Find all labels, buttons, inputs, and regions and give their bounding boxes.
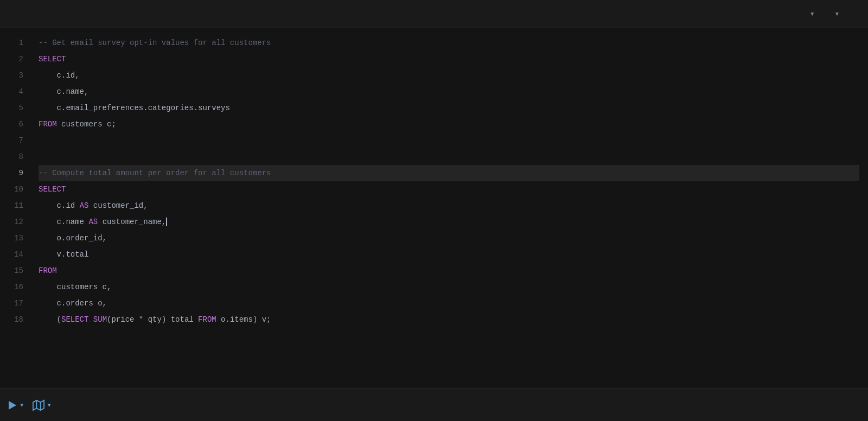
code-line: -- Get email survey opt-in values for al…: [39, 35, 859, 51]
code-token: FROM: [39, 120, 57, 129]
line-number: 10: [7, 181, 23, 197]
type-dropdown[interactable]: ▼: [832, 11, 840, 17]
code-line: SELECT: [39, 181, 859, 197]
line-number: 8: [7, 149, 23, 165]
code-token: -- Compute total amount per order for al…: [39, 169, 271, 177]
code-token: [88, 315, 93, 324]
code-token: customers c;: [57, 120, 116, 129]
line-number: 2: [7, 51, 23, 67]
code-token: (price * qty) total: [107, 315, 198, 324]
map-button[interactable]: ▾: [33, 399, 51, 411]
code-area[interactable]: -- Get email survey opt-in values for al…: [30, 28, 868, 388]
editor-container: 123456789101112131415161718 -- Get email…: [0, 28, 868, 388]
map-chevron-icon: ▾: [47, 400, 51, 410]
line-number: 16: [7, 279, 23, 295]
code-token: SELECT: [39, 185, 66, 194]
run-chevron-icon: ▾: [20, 400, 24, 410]
run-button[interactable]: ▾: [9, 400, 24, 410]
line-number: 5: [7, 100, 23, 116]
line-number: 13: [7, 230, 23, 246]
run-triangle-icon: [9, 401, 16, 410]
code-token: customer_id,: [88, 201, 148, 210]
code-line: customers c,: [39, 279, 859, 295]
code-line: [39, 132, 859, 149]
code-token: c.id,: [39, 71, 80, 80]
top-bar-right: ▼ ▼: [799, 11, 857, 17]
code-line: (SELECT SUM(price * qty) total FROM o.it…: [39, 311, 859, 328]
line-number: 17: [7, 295, 23, 311]
code-line: FROM customers c;: [39, 116, 859, 132]
code-line: c.orders o,: [39, 295, 859, 311]
code-line: c.email_preferences.categories.surveys: [39, 100, 859, 116]
code-token: SUM: [93, 315, 107, 324]
code-token: FROM: [198, 315, 216, 324]
database-dropdown[interactable]: ▼: [807, 11, 815, 17]
line-number: 6: [7, 116, 23, 132]
text-cursor: [166, 218, 167, 226]
code-token: c.id: [39, 201, 80, 210]
code-line: -- Compute total amount per order for al…: [39, 165, 859, 181]
code-token: o.order_id,: [39, 234, 107, 243]
code-token: customers c,: [39, 283, 111, 291]
code-line: o.order_id,: [39, 230, 859, 246]
line-number: 18: [7, 311, 23, 328]
svg-marker-0: [33, 400, 44, 410]
code-line: FROM: [39, 263, 859, 279]
line-numbers: 123456789101112131415161718: [0, 28, 30, 388]
line-number: 4: [7, 84, 23, 100]
database-chevron-icon: ▼: [809, 11, 815, 17]
code-line: c.id,: [39, 67, 859, 84]
code-token: c.email_preferences.categories.surveys: [39, 104, 230, 112]
code-token: o.items) v;: [216, 315, 271, 324]
line-number: 12: [7, 214, 23, 230]
code-line: [39, 149, 859, 165]
code-line: v.total: [39, 246, 859, 263]
map-svg-icon: [33, 399, 44, 411]
line-number: 9: [7, 165, 23, 181]
code-token: AS: [80, 201, 89, 210]
code-token: c.orders o,: [39, 299, 107, 308]
line-number: 11: [7, 197, 23, 214]
line-number: 3: [7, 67, 23, 84]
code-line: c.name,: [39, 84, 859, 100]
code-token: SELECT: [39, 55, 66, 63]
line-number: 15: [7, 263, 23, 279]
top-bar: ▼ ▼: [0, 0, 868, 28]
code-token: (: [39, 315, 61, 324]
code-line: SELECT: [39, 51, 859, 67]
code-token: -- Get email survey opt-in values for al…: [39, 39, 271, 47]
code-token: customer_name,: [98, 218, 166, 226]
code-token: v.total: [39, 250, 88, 259]
type-chevron-icon: ▼: [834, 11, 840, 17]
code-token: c.name: [39, 218, 88, 226]
code-line: c.id AS customer_id,: [39, 197, 859, 214]
line-number: 7: [7, 132, 23, 149]
code-token: FROM: [39, 266, 57, 275]
line-number: 14: [7, 246, 23, 263]
code-token: AS: [88, 218, 98, 226]
code-line: c.name AS customer_name,: [39, 214, 859, 230]
bottom-bar: ▾ ▾: [0, 388, 868, 421]
code-token: c.name,: [39, 87, 88, 96]
code-token: SELECT: [61, 315, 88, 324]
line-number: 1: [7, 35, 23, 51]
